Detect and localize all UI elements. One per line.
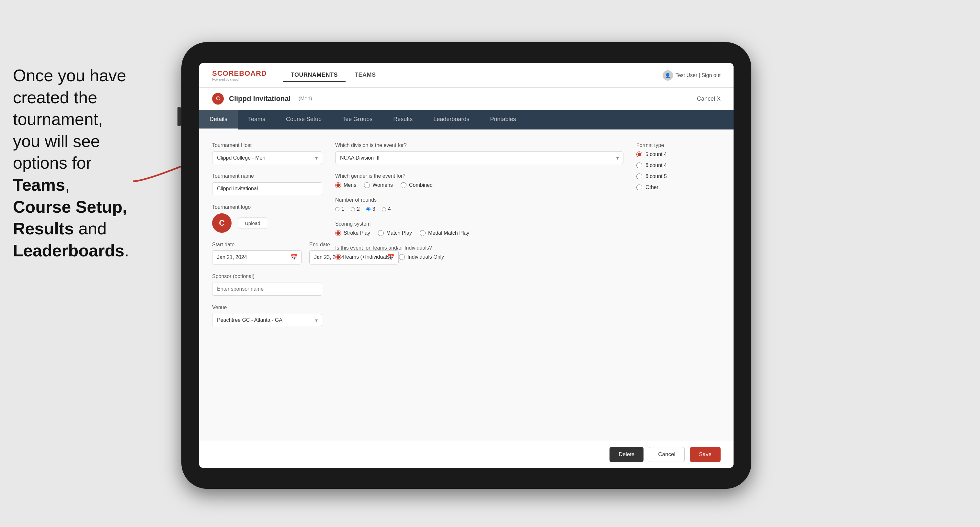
division-label: Which division is the event for?	[335, 143, 624, 148]
user-avatar-icon: 👤	[663, 70, 673, 81]
rounds-radio-group: 1 2 3 4	[335, 206, 624, 212]
format-6count5-radio[interactable]	[636, 173, 642, 179]
individuals-only-radio[interactable]	[399, 254, 405, 260]
upload-button[interactable]: Upload	[238, 217, 267, 229]
start-date-group: Start date 📅	[212, 242, 302, 265]
teams-radio-group: Teams (+Individuals) Individuals Only	[335, 254, 624, 260]
division-select-wrapper: NCAA Division III	[335, 151, 624, 164]
format-6count5[interactable]: 6 count 5	[636, 173, 721, 179]
tab-course-setup[interactable]: Course Setup	[275, 110, 332, 130]
form-right-col: Format type 5 count 4 6 count 4 6 count …	[636, 143, 721, 326]
sponsor-label: Sponsor (optional)	[212, 273, 322, 279]
host-label: Tournament Host	[212, 143, 322, 148]
gender-womens-radio[interactable]	[364, 182, 370, 188]
logo-group: Tournament logo C Upload	[212, 204, 322, 233]
nav-tab-tournaments[interactable]: TOURNAMENTS	[283, 69, 345, 82]
logo-circle: C	[212, 213, 232, 233]
logo-sub: Powered by clippd	[212, 78, 267, 81]
tab-teams[interactable]: Teams	[238, 110, 275, 130]
individuals-only[interactable]: Individuals Only	[399, 254, 444, 260]
teams-plus-radio[interactable]	[335, 254, 341, 260]
scoring-stroke[interactable]: Stroke Play	[335, 230, 370, 236]
save-button[interactable]: Save	[690, 447, 721, 462]
sponsor-group: Sponsor (optional)	[212, 273, 322, 295]
tab-printables[interactable]: Printables	[480, 110, 526, 130]
rounds-4[interactable]: 4	[382, 206, 391, 212]
tournament-meta: (Men)	[299, 96, 312, 102]
host-select[interactable]: Clippd College - Men	[212, 151, 322, 164]
rounds-group: Number of rounds 1 2 3	[335, 197, 624, 212]
scoring-match-radio[interactable]	[378, 230, 384, 236]
rounds-label: Number of rounds	[335, 197, 624, 203]
gender-combined-radio[interactable]	[401, 182, 406, 188]
format-other-radio[interactable]	[636, 184, 642, 190]
venue-select[interactable]: Peachtree GC - Atlanta - GA	[212, 314, 322, 326]
logo-label: Tournament logo	[212, 204, 322, 210]
scoring-radio-group: Stroke Play Match Play Medal Match Play	[335, 230, 624, 236]
tab-tee-groups[interactable]: Tee Groups	[332, 110, 383, 130]
tablet-button	[178, 107, 181, 126]
logo-area: SCOREBOARD Powered by clippd	[212, 69, 267, 81]
format-6count4-radio[interactable]	[636, 162, 642, 168]
rounds-2-radio[interactable]	[351, 207, 355, 211]
gender-mens[interactable]: Mens	[335, 182, 356, 188]
division-select[interactable]: NCAA Division III	[335, 151, 624, 164]
teams-group: Is this event for Teams and/or Individua…	[335, 245, 624, 260]
nav-tabs: TOURNAMENTS TEAMS	[283, 69, 663, 82]
format-6count4[interactable]: 6 count 4	[636, 162, 721, 168]
tab-details[interactable]: Details	[199, 110, 238, 130]
rounds-1-radio[interactable]	[335, 207, 339, 211]
tablet-shell: SCOREBOARD Powered by clippd TOURNAMENTS…	[181, 42, 751, 489]
host-select-wrapper: Clippd College - Men	[212, 151, 322, 164]
gender-mens-radio[interactable]	[335, 182, 341, 188]
cancel-button[interactable]: Cancel	[649, 447, 685, 462]
format-5count4-radio[interactable]	[636, 151, 642, 157]
gender-group: Which gender is the event for? Mens Wome…	[335, 173, 624, 188]
back-button[interactable]: C	[212, 93, 224, 105]
tab-results[interactable]: Results	[383, 110, 423, 130]
start-date-label: Start date	[212, 242, 302, 248]
name-group: Tournament name	[212, 173, 322, 195]
name-input[interactable]	[212, 182, 322, 195]
rounds-1[interactable]: 1	[335, 206, 344, 212]
division-group: Which division is the event for? NCAA Di…	[335, 143, 624, 164]
rounds-3-radio[interactable]	[366, 207, 371, 211]
rounds-2[interactable]: 2	[351, 206, 360, 212]
scoring-stroke-radio[interactable]	[335, 230, 341, 236]
teams-plus-individuals[interactable]: Teams (+Individuals)	[335, 254, 391, 260]
intro-line: Once you havecreated thetournament,you w…	[13, 66, 129, 260]
scoring-medal-radio[interactable]	[420, 230, 426, 236]
scoring-label: Scoring system	[335, 221, 624, 227]
rounds-4-radio[interactable]	[382, 207, 386, 211]
scoring-match[interactable]: Match Play	[378, 230, 412, 236]
format-label: Format type	[636, 143, 721, 148]
nav-tab-teams[interactable]: TEAMS	[347, 69, 384, 82]
logo-text: SCOREBOARD	[212, 69, 267, 78]
cancel-link[interactable]: Cancel X	[697, 95, 721, 102]
sponsor-input[interactable]	[212, 283, 322, 295]
user-text[interactable]: Test User | Sign out	[676, 73, 721, 78]
start-date-input[interactable]	[212, 251, 286, 264]
scoring-group: Scoring system Stroke Play Match Play Me…	[335, 221, 624, 236]
rounds-3[interactable]: 3	[366, 206, 375, 212]
tournament-title-area: C Clippd Invitational (Men)	[212, 93, 312, 105]
date-row: Start date 📅 End date 📅	[212, 242, 322, 265]
venue-group: Venue Peachtree GC - Atlanta - GA	[212, 305, 322, 326]
venue-select-wrapper: Peachtree GC - Atlanta - GA	[212, 314, 322, 326]
app-header: SCOREBOARD Powered by clippd TOURNAMENTS…	[199, 63, 733, 88]
gender-womens[interactable]: Womens	[364, 182, 393, 188]
delete-button[interactable]: Delete	[609, 447, 644, 462]
sub-header: C Clippd Invitational (Men) Cancel X	[199, 88, 733, 110]
format-other[interactable]: Other	[636, 184, 721, 190]
calendar-icon: 📅	[286, 251, 301, 264]
format-group: Format type 5 count 4 6 count 4 6 count …	[636, 143, 721, 190]
form-grid: Tournament Host Clippd College - Men Tou…	[212, 143, 721, 326]
form-left-col: Tournament Host Clippd College - Men Tou…	[212, 143, 322, 326]
gender-combined[interactable]: Combined	[401, 182, 433, 188]
host-group: Tournament Host Clippd College - Men	[212, 143, 322, 164]
tournament-name: Clippd Invitational	[229, 95, 291, 103]
tab-leaderboards[interactable]: Leaderboards	[423, 110, 480, 130]
format-5count4[interactable]: 5 count 4	[636, 151, 721, 157]
scoring-medal[interactable]: Medal Match Play	[420, 230, 469, 236]
gender-label: Which gender is the event for?	[335, 173, 624, 179]
